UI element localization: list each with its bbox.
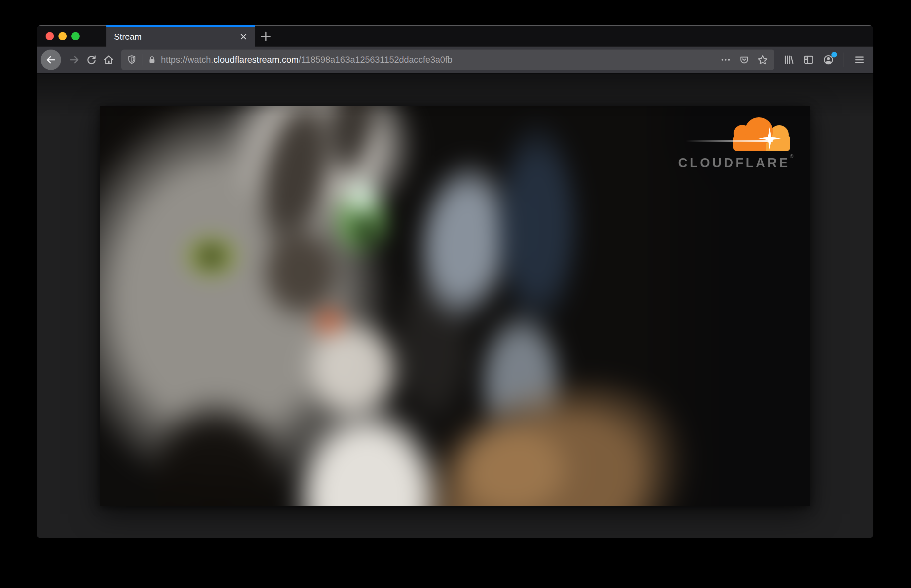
traffic-light-zoom[interactable] <box>71 32 79 40</box>
forward-button[interactable] <box>66 51 83 68</box>
cloudflare-wordmark: CLOUDFLARE® <box>655 153 793 170</box>
home-icon <box>103 54 115 66</box>
cloudflare-cloud-icon <box>733 121 790 151</box>
tab-bar: Stream <box>37 25 873 47</box>
forward-arrow-icon <box>68 54 80 66</box>
library-button[interactable] <box>780 51 797 68</box>
page-content: CLOUDFLARE® <box>37 74 873 538</box>
reload-icon <box>86 54 97 66</box>
pocket-icon <box>738 54 750 65</box>
url-text[interactable]: https://watch.cloudflarestream.com/11859… <box>161 55 718 65</box>
tab-stream[interactable]: Stream <box>107 25 255 47</box>
account-notification-dot <box>832 52 837 58</box>
traffic-light-minimize[interactable] <box>58 32 67 40</box>
traffic-light-close[interactable] <box>45 32 54 40</box>
registered-mark: ® <box>790 153 793 159</box>
browser-window: Stream <box>37 25 873 538</box>
star-icon <box>757 54 769 66</box>
tracking-shield-icon[interactable] <box>126 55 137 65</box>
window-controls <box>37 26 107 47</box>
pocket-button[interactable] <box>737 52 752 67</box>
lock-icon[interactable] <box>147 55 157 65</box>
back-arrow-icon <box>45 54 57 66</box>
sidebar-icon <box>803 54 814 66</box>
dots-icon <box>720 54 731 65</box>
url-prefix: https://watch. <box>161 55 213 65</box>
page-actions-button[interactable] <box>718 52 733 67</box>
home-button[interactable] <box>100 51 117 68</box>
video-player[interactable]: CLOUDFLARE® <box>100 106 810 506</box>
url-path: /118598a163a125631152ddaccfe3a0fb <box>299 55 452 65</box>
reload-button[interactable] <box>83 51 100 68</box>
tab-close-button[interactable] <box>237 31 250 43</box>
back-button[interactable] <box>40 50 61 70</box>
toolbar-right-group <box>780 51 868 68</box>
url-bar[interactable]: https://watch.cloudflarestream.com/11859… <box>121 50 774 70</box>
bookmark-star-button[interactable] <box>755 52 770 67</box>
account-button[interactable] <box>820 51 837 68</box>
close-icon <box>239 32 248 41</box>
tab-title: Stream <box>114 32 237 42</box>
navigation-toolbar: https://watch.cloudflarestream.com/11859… <box>37 47 873 74</box>
urlbar-actions <box>718 52 770 67</box>
library-icon <box>783 54 795 66</box>
sidebar-button[interactable] <box>800 51 817 68</box>
urlbar-divider <box>142 54 142 65</box>
hamburger-icon <box>853 54 866 66</box>
new-tab-button[interactable] <box>255 26 277 47</box>
menu-button[interactable] <box>851 51 868 68</box>
plus-icon <box>260 30 272 43</box>
toolbar-divider <box>844 53 844 67</box>
cloudflare-watermark: CLOUDFLARE® <box>655 121 793 170</box>
url-domain: cloudflarestream.com <box>213 55 299 65</box>
